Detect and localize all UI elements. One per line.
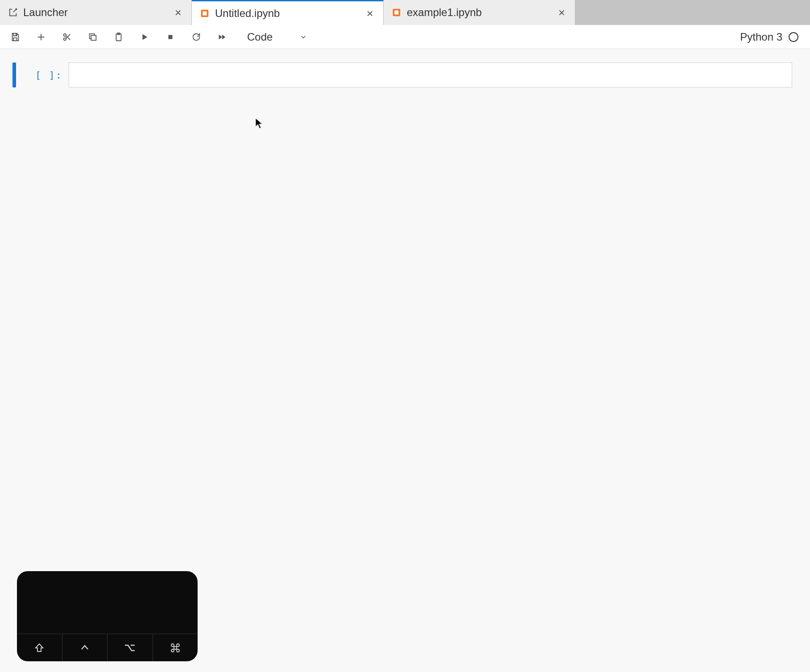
tab-example1-notebook[interactable]: example1.ipynb × — [384, 0, 575, 25]
cell-type-select[interactable]: Code — [243, 29, 312, 45]
close-icon[interactable]: × — [365, 8, 375, 19]
interrupt-button[interactable] — [161, 28, 179, 46]
cell-selected-marker — [12, 62, 16, 87]
shift-key-indicator — [17, 634, 62, 661]
launch-icon — [8, 8, 18, 17]
cell-type-label: Code — [247, 31, 273, 43]
option-icon — [124, 643, 136, 653]
close-icon[interactable]: × — [173, 7, 183, 18]
play-icon — [140, 32, 149, 42]
stop-icon — [165, 32, 175, 42]
scissors-icon — [62, 32, 72, 42]
plus-icon — [36, 32, 46, 42]
code-cell[interactable]: [ ]: — [12, 62, 798, 87]
tab-label: example1.ipynb — [407, 6, 557, 19]
mouse-cursor — [255, 118, 264, 132]
notebook-content: [ ]: — [0, 49, 810, 101]
tab-untitled-notebook[interactable]: Untitled.ipynb × — [192, 0, 384, 25]
tab-label: Launcher — [23, 6, 173, 19]
save-icon — [10, 32, 20, 42]
cut-button[interactable] — [58, 28, 76, 46]
restart-button[interactable] — [187, 28, 205, 46]
keyboard-overlay — [17, 571, 198, 661]
control-icon — [79, 643, 90, 653]
tab-launcher[interactable]: Launcher × — [0, 0, 192, 25]
command-icon — [170, 643, 181, 653]
cell-prompt-area: [ ]: — [24, 62, 69, 87]
svg-rect-4 — [16, 33, 17, 35]
clipboard-icon — [114, 32, 124, 42]
kernel-status-indicator[interactable] — [789, 32, 798, 42]
tab-bar: Launcher × Untitled.ipynb × example1.ipy… — [0, 0, 810, 25]
close-icon[interactable]: × — [557, 7, 567, 18]
svg-rect-1 — [202, 11, 207, 15]
refresh-icon — [191, 32, 201, 42]
svg-rect-3 — [394, 10, 398, 14]
save-button[interactable] — [6, 28, 24, 46]
svg-rect-10 — [168, 35, 172, 39]
tab-label: Untitled.ipynb — [215, 7, 365, 20]
cell-code-input[interactable] — [69, 62, 792, 87]
add-cell-button[interactable] — [32, 28, 50, 46]
notebook-icon — [392, 8, 401, 17]
command-key-indicator — [153, 634, 198, 661]
copy-button[interactable] — [84, 28, 102, 46]
run-button[interactable] — [136, 28, 153, 46]
restart-run-all-button[interactable] — [213, 28, 231, 46]
copy-icon — [88, 32, 98, 42]
fast-forward-icon — [217, 32, 227, 42]
keyboard-display-area — [17, 571, 198, 634]
keyboard-modifier-row — [17, 634, 198, 661]
control-key-indicator — [62, 634, 108, 661]
notebook-icon — [200, 8, 210, 18]
shift-icon — [34, 643, 45, 653]
svg-rect-7 — [91, 35, 96, 40]
chevron-down-icon — [299, 33, 307, 41]
paste-button[interactable] — [110, 28, 128, 46]
option-key-indicator — [107, 634, 153, 661]
toolbar: Code Python 3 — [0, 25, 810, 49]
cell-prompt: [ ]: — [35, 70, 62, 81]
kernel-name[interactable]: Python 3 — [740, 31, 782, 43]
